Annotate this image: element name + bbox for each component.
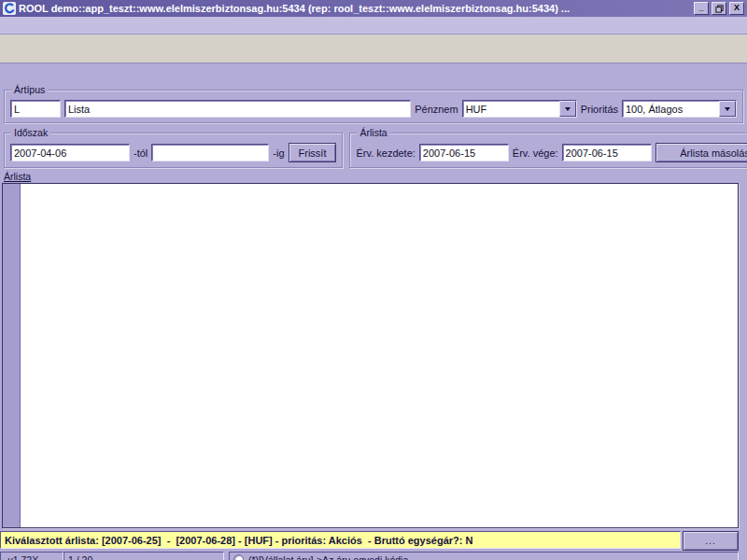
valid-to-label: Érv. vége: xyxy=(513,147,558,159)
artipus-group: Ártípus Pénznem HUF Prioritás 100, Átlag… xyxy=(4,90,743,123)
close-button[interactable]: X xyxy=(729,2,744,15)
period-group-label: Időszak xyxy=(11,127,50,138)
hint-panel: (*)[Vállalat áru]->Az áru egyedi kódja xyxy=(229,552,739,560)
valid-to-input[interactable] xyxy=(562,144,652,161)
artipus-group-label: Ártípus xyxy=(11,84,48,95)
copy-pricelist-button[interactable]: Árlista másolás xyxy=(655,143,747,162)
more-button[interactable]: ... xyxy=(683,531,739,551)
radio-icon[interactable] xyxy=(233,554,244,560)
priority-value: 100, Átlagos xyxy=(626,104,683,115)
pricelist-group: Árlista Érv. kezdete: Érv. vége: Árlista… xyxy=(349,133,747,168)
status-bar: -v1.72X 1 / 20 (*)[Vállalat áru]->Az áru… xyxy=(0,552,747,560)
period-from-input[interactable] xyxy=(10,144,130,161)
price-type-name-input[interactable] xyxy=(64,100,411,118)
record-counter: 1 / 20 xyxy=(63,552,224,560)
app-icon xyxy=(3,2,16,15)
price-type-code-input[interactable] xyxy=(10,100,61,118)
period-to-input[interactable] xyxy=(151,144,269,161)
tab-bar xyxy=(0,63,747,81)
refresh-button[interactable]: Frissít xyxy=(289,143,337,162)
currency-label: Pénznem xyxy=(415,104,458,115)
table-label: Árlista xyxy=(4,171,747,182)
window-title: ROOL demo::app_teszt::www.elelmiszerbizt… xyxy=(19,3,691,14)
selected-pricelist-bar: Kiválasztott árlista: [2007-06-25] - [20… xyxy=(0,531,681,549)
minimize-button[interactable]: _ xyxy=(694,2,709,15)
price-table xyxy=(2,183,739,528)
pricelist-group-label: Árlista xyxy=(357,127,389,138)
title-bar: ROOL demo::app_teszt::www.elelmiszerbizt… xyxy=(0,0,747,17)
from-suffix-label: -tól xyxy=(134,147,148,159)
period-group: Időszak -tól -ig Frissít xyxy=(4,133,343,168)
version-label: -v1.72X xyxy=(0,552,63,560)
currency-value: HUF xyxy=(466,104,487,115)
priority-select[interactable]: 100, Átlagos xyxy=(622,100,737,118)
chevron-down-icon[interactable] xyxy=(719,101,736,117)
menu-bar xyxy=(0,17,747,35)
toolbar xyxy=(0,35,747,63)
close-glyph: X xyxy=(734,4,740,12)
chevron-down-icon[interactable] xyxy=(559,101,576,117)
restore-icon xyxy=(715,5,724,13)
currency-select[interactable]: HUF xyxy=(462,100,577,118)
restore-button[interactable] xyxy=(712,2,726,15)
row-number-gutter xyxy=(3,184,21,527)
minimize-glyph: _ xyxy=(698,4,703,12)
to-suffix-label: -ig xyxy=(273,147,284,159)
hint-label: (*)[Vállalat áru]->Az áru egyedi kódja xyxy=(248,554,408,560)
priority-label: Prioritás xyxy=(581,104,618,115)
valid-from-label: Érv. kezdete: xyxy=(356,147,415,159)
valid-from-input[interactable] xyxy=(419,144,509,161)
